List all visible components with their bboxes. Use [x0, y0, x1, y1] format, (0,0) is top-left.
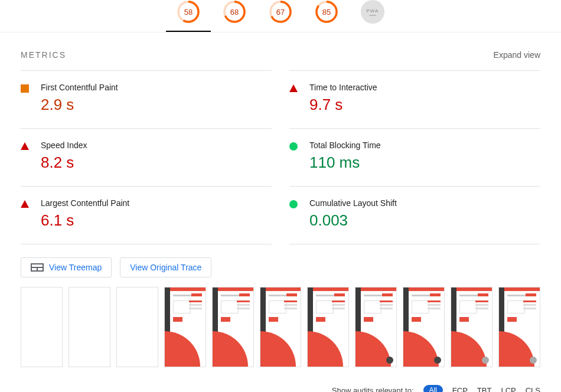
filmstrip-frame[interactable]	[164, 287, 206, 367]
triangle-icon	[21, 142, 29, 150]
filmstrip-frame[interactable]	[403, 287, 445, 367]
audit-filter-row: Show audits relevant to: All FCPTBTLCPCL…	[0, 383, 561, 392]
metric-row: Largest Contentful Paint6.1 s	[21, 186, 272, 244]
score-gauge-0[interactable]: 58	[177, 0, 200, 24]
score-gauge-3[interactable]: 85	[315, 0, 338, 24]
audit-filter-link-fcp[interactable]: FCP	[452, 386, 468, 393]
metric-value: 2.9 s	[41, 96, 272, 114]
view-treemap-button[interactable]: View Treemap	[21, 257, 112, 277]
metric-row: Total Blocking Time110 ms	[289, 128, 540, 186]
metric-value: 9.7 s	[309, 96, 540, 114]
triangle-icon	[21, 200, 29, 208]
metric-value: 0.003	[309, 211, 540, 230]
treemap-icon	[31, 263, 44, 272]
audit-filter-link-tbt[interactable]: TBT	[477, 386, 492, 393]
circle-icon	[289, 200, 298, 208]
expand-view-link[interactable]: Expand view	[494, 50, 540, 60]
metric-label: Speed Index	[41, 141, 272, 150]
audit-filter-link-lcp[interactable]: LCP	[501, 386, 516, 393]
actions-row: View Treemap View Original Trace	[0, 244, 561, 283]
audit-filter-all-pill[interactable]: All	[423, 385, 443, 392]
audit-filter-links: FCPTBTLCPCLS	[452, 386, 540, 393]
metric-row: First Contentful Paint2.9 s	[21, 70, 272, 128]
filmstrip-frame[interactable]	[21, 287, 63, 367]
metric-label: Cumulative Layout Shift	[309, 198, 540, 208]
score-gauge-value: 85	[315, 0, 338, 24]
pwa-label: PWA	[367, 8, 379, 14]
metric-row: Time to Interactive9.7 s	[289, 70, 540, 128]
audit-filter-label: Show audits relevant to:	[332, 386, 414, 393]
view-original-trace-label: View Original Trace	[130, 263, 201, 272]
metric-row: Speed Index8.2 s	[21, 128, 272, 186]
metric-value: 8.2 s	[41, 153, 272, 172]
metric-label: First Contentful Paint	[41, 83, 272, 92]
score-gauges-row: 58686785PWA	[0, 0, 561, 32]
filmstrip-frame[interactable]	[69, 287, 110, 367]
filmstrip-frame[interactable]	[355, 287, 397, 367]
filmstrip-frame[interactable]	[212, 287, 254, 367]
circle-icon	[289, 142, 298, 151]
metrics-grid: First Contentful Paint2.9 sTime to Inter…	[0, 70, 561, 244]
score-gauge-value: 68	[223, 0, 246, 24]
score-gauge-value: 67	[269, 0, 292, 24]
score-gauge-1[interactable]: 68	[223, 0, 246, 24]
metric-label: Time to Interactive	[309, 83, 540, 92]
metric-label: Largest Contentful Paint	[41, 198, 272, 208]
score-gauge-2[interactable]: 67	[269, 0, 292, 24]
filmstrip-frame[interactable]	[498, 287, 540, 367]
view-original-trace-button[interactable]: View Original Trace	[120, 257, 211, 277]
metric-row: Cumulative Layout Shift0.003	[289, 186, 540, 244]
metric-value: 110 ms	[309, 153, 540, 172]
filmstrip	[0, 283, 561, 383]
metric-value: 6.1 s	[41, 211, 272, 230]
filmstrip-frame[interactable]	[116, 287, 158, 367]
view-treemap-label: View Treemap	[49, 263, 102, 272]
square-icon	[21, 84, 29, 93]
triangle-icon	[289, 84, 298, 92]
audit-filter-link-cls[interactable]: CLS	[526, 386, 540, 393]
pwa-gauge[interactable]: PWA	[361, 0, 384, 24]
score-gauge-value: 58	[177, 0, 200, 24]
filmstrip-frame[interactable]	[260, 287, 302, 367]
filmstrip-frame[interactable]	[451, 287, 492, 367]
metrics-header: METRICS Expand view	[0, 32, 561, 70]
metric-label: Total Blocking Time	[309, 141, 540, 150]
metrics-title: METRICS	[21, 50, 66, 60]
filmstrip-frame[interactable]	[307, 287, 349, 367]
pwa-bar-icon	[369, 15, 376, 16]
